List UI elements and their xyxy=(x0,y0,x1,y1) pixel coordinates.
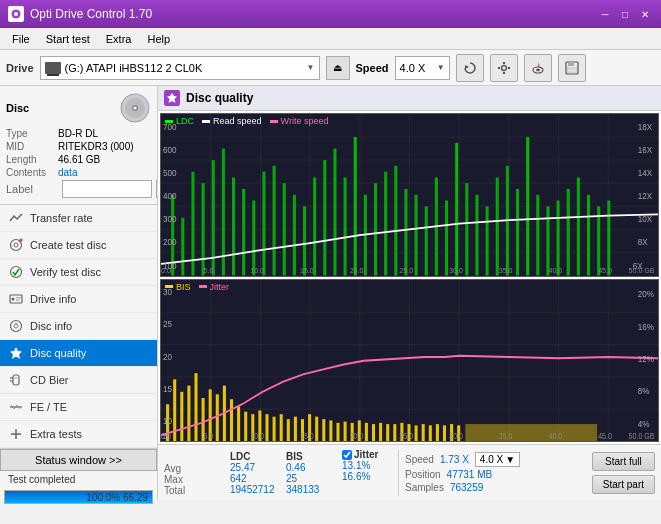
drive-dropdown-arrow: ▼ xyxy=(307,63,315,72)
disc-contents-value[interactable]: data xyxy=(58,167,77,178)
svg-rect-73 xyxy=(354,137,357,275)
speed-stat-select[interactable]: 4.0 X ▼ xyxy=(475,452,520,467)
svg-marker-39 xyxy=(167,93,177,103)
menu-extra[interactable]: Extra xyxy=(98,31,140,47)
svg-rect-155 xyxy=(294,416,297,441)
start-full-button[interactable]: Start full xyxy=(592,452,655,471)
svg-rect-141 xyxy=(194,373,197,441)
svg-text:5.0: 5.0 xyxy=(204,266,214,276)
disc-label-input[interactable] xyxy=(62,180,152,198)
sidebar-item-create-test-disc[interactable]: Create test disc xyxy=(0,232,157,259)
chart-bis: BIS Jitter xyxy=(160,279,659,443)
content-area: Disc quality LDC Read speed Write speed xyxy=(158,86,661,500)
svg-text:35.0: 35.0 xyxy=(499,266,513,276)
start-part-button[interactable]: Start part xyxy=(592,475,655,494)
disc-type-value: BD-R DL xyxy=(58,128,98,139)
save-button[interactable] xyxy=(558,54,586,82)
sidebar-item-transfer-rate[interactable]: Transfer rate xyxy=(0,205,157,232)
sidebar-item-extra-tests[interactable]: Extra tests xyxy=(0,421,157,448)
svg-rect-65 xyxy=(273,166,276,276)
svg-rect-166 xyxy=(372,424,375,441)
status-window-button[interactable]: Status window >> xyxy=(0,449,157,471)
svg-rect-4 xyxy=(503,62,505,64)
svg-rect-11 xyxy=(568,62,574,66)
disc-type-label: Type xyxy=(6,128,58,139)
settings-button[interactable] xyxy=(490,54,518,82)
svg-rect-161 xyxy=(336,422,339,441)
svg-point-22 xyxy=(20,239,23,242)
menu-help[interactable]: Help xyxy=(139,31,178,47)
svg-rect-87 xyxy=(496,177,499,275)
svg-rect-159 xyxy=(322,419,325,441)
svg-rect-169 xyxy=(393,424,396,441)
disc-panel: Disc Type BD-R DL MID RITEKDR3 (000) xyxy=(0,86,157,205)
speed-dropdown-arrow: ▼ xyxy=(437,63,445,72)
menu-start-test[interactable]: Start test xyxy=(38,31,98,47)
svg-text:35.0: 35.0 xyxy=(499,431,513,441)
svg-text:40.0: 40.0 xyxy=(548,266,562,276)
svg-rect-146 xyxy=(230,399,233,441)
svg-rect-160 xyxy=(329,420,332,441)
stats-bis-col: BIS 0.46 25 348133 xyxy=(286,451,336,495)
svg-point-1 xyxy=(14,12,18,16)
speed-value: 4.0 X xyxy=(400,62,426,74)
title-bar: Opti Drive Control 1.70 ─ □ ✕ xyxy=(0,0,661,28)
extra-tests-label: Extra tests xyxy=(30,428,82,440)
svg-rect-75 xyxy=(374,183,377,275)
sidebar-item-disc-info[interactable]: i Disc info xyxy=(0,313,157,340)
speed-stat-value: 1.73 X xyxy=(440,454,469,465)
svg-rect-58 xyxy=(202,183,205,275)
speed-stat-dropdown-arrow: ▼ xyxy=(505,454,515,465)
sidebar-item-disc-quality[interactable]: Disc quality xyxy=(0,340,157,367)
samples-value: 763259 xyxy=(450,482,483,493)
svg-rect-96 xyxy=(587,195,590,276)
sidebar-item-drive-info[interactable]: Drive info xyxy=(0,286,157,313)
maximize-button[interactable]: □ xyxy=(617,6,633,22)
svg-text:400: 400 xyxy=(163,191,177,202)
jitter-checkbox[interactable] xyxy=(342,450,352,460)
burn-button[interactable] xyxy=(524,54,552,82)
svg-point-20 xyxy=(14,243,18,247)
start-buttons: Start full Start part xyxy=(592,452,655,494)
fe-te-label: FE / TE xyxy=(30,401,67,413)
svg-rect-7 xyxy=(508,67,510,69)
close-button[interactable]: ✕ xyxy=(637,6,653,22)
svg-text:300: 300 xyxy=(163,214,177,225)
svg-text:10X: 10X xyxy=(638,214,653,225)
eject-button[interactable]: ⏏ xyxy=(326,56,350,80)
svg-rect-72 xyxy=(344,177,347,275)
app-title: Opti Drive Control 1.70 xyxy=(30,7,152,21)
menu-file[interactable]: File xyxy=(4,31,38,47)
svg-text:8%: 8% xyxy=(638,385,650,396)
svg-text:10.0: 10.0 xyxy=(250,431,264,441)
samples-label: Samples xyxy=(405,482,444,493)
svg-rect-165 xyxy=(365,422,368,441)
status-area: Status window >> Test completed 100.0% 6… xyxy=(0,448,157,506)
svg-rect-82 xyxy=(445,201,448,276)
create-test-disc-label: Create test disc xyxy=(30,239,106,251)
position-label: Position xyxy=(405,469,441,480)
drive-selector[interactable]: (G:) ATAPI iHBS112 2 CL0K ▼ xyxy=(40,56,320,80)
stats-jitter-col: Jitter 13.1% 16.6% xyxy=(342,449,392,496)
stats-divider xyxy=(398,450,399,496)
sidebar-item-fe-te[interactable]: FE / TE xyxy=(0,394,157,421)
disc-quality-label: Disc quality xyxy=(30,347,86,359)
drive-label: Drive xyxy=(6,62,34,74)
svg-point-25 xyxy=(12,298,15,301)
legend-bis: BIS xyxy=(176,282,191,292)
svg-text:25: 25 xyxy=(163,318,172,329)
refresh-button[interactable] xyxy=(456,54,484,82)
sidebar-item-cd-bier[interactable]: CD Bier xyxy=(0,367,157,394)
disc-length-row: Length 46.61 GB xyxy=(6,154,151,165)
stats-max-label: Max xyxy=(164,474,224,485)
sidebar-item-verify-test-disc[interactable]: Verify test disc xyxy=(0,259,157,286)
svg-text:45.0: 45.0 xyxy=(598,266,612,276)
svg-text:0.0: 0.0 xyxy=(161,431,171,441)
svg-rect-79 xyxy=(415,195,418,276)
svg-rect-70 xyxy=(323,160,326,275)
disc-contents-label: Contents xyxy=(6,167,58,178)
speed-selector[interactable]: 4.0 X ▼ xyxy=(395,56,450,80)
minimize-button[interactable]: ─ xyxy=(597,6,613,22)
svg-rect-6 xyxy=(498,67,500,69)
disc-title: Disc xyxy=(6,102,29,114)
